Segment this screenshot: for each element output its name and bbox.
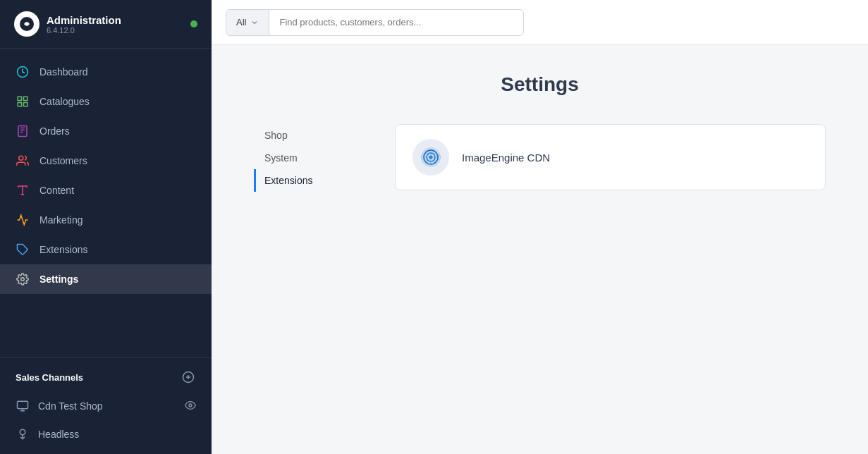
sidebar-item-catalogues[interactable]: Catalogues — [0, 87, 212, 116]
logo-icon — [14, 11, 39, 37]
settings-sidebar-nav: Shop System Extensions — [254, 124, 367, 192]
search-input[interactable] — [269, 17, 523, 27]
sidebar-item-customers[interactable]: Customers — [0, 146, 212, 176]
extension-logo — [412, 139, 449, 176]
sidebar-item-marketing[interactable]: Marketing — [0, 205, 212, 235]
sidebar-item-content[interactable]: Content — [0, 176, 212, 205]
svg-rect-4 — [18, 103, 21, 106]
eye-icon[interactable] — [185, 400, 196, 413]
app-version: 6.4.12.0 — [47, 26, 121, 35]
sidebar-item-label: Settings — [39, 274, 78, 285]
top-bar: All — [212, 0, 868, 45]
extension-name: ImageEngine CDN — [462, 152, 550, 164]
settings-icon — [16, 272, 30, 286]
sidebar-item-extensions[interactable]: Extensions — [0, 235, 212, 264]
cdn-test-shop-icon — [16, 399, 30, 413]
sidebar-header: Administration 6.4.12.0 — [0, 0, 212, 49]
settings-content: ImageEngine CDN — [395, 124, 826, 192]
app-title: Administration — [47, 14, 121, 26]
sidebar-item-label: Customers — [39, 155, 87, 166]
channel-item-left: Cdn Test Shop — [16, 399, 103, 413]
extensions-icon — [16, 243, 30, 257]
sidebar-item-dashboard[interactable]: Dashboard — [0, 57, 212, 87]
extension-card-imageengine[interactable]: ImageEngine CDN — [395, 124, 826, 190]
logo-area: Administration 6.4.12.0 — [14, 11, 121, 37]
channel-label: Cdn Test Shop — [38, 400, 103, 412]
svg-point-22 — [20, 429, 25, 435]
chevron-down-icon — [250, 18, 259, 27]
page-title: Settings — [254, 73, 826, 96]
svg-point-10 — [19, 156, 23, 160]
search-filter-label: All — [236, 17, 246, 27]
sales-channels-section: Sales Channels Cdn Test Shop — [0, 357, 212, 454]
sidebar-item-label: Catalogues — [39, 96, 90, 107]
sidebar-item-label: Marketing — [39, 214, 82, 226]
sidebar-item-label: Extensions — [39, 244, 87, 255]
sidebar-item-label: Orders — [39, 125, 70, 137]
sales-channels-title: Sales Channels — [16, 372, 83, 383]
sidebar-item-orders[interactable]: Orders — [0, 116, 212, 146]
imageengine-logo-svg — [420, 146, 442, 168]
sales-channels-header: Sales Channels — [16, 369, 196, 385]
settings-nav-extensions[interactable]: Extensions — [254, 169, 367, 192]
add-sales-channel-button[interactable] — [181, 369, 196, 385]
settings-layout: Shop System Extensions — [254, 124, 826, 192]
status-dot — [190, 20, 197, 27]
svg-rect-18 — [18, 401, 28, 409]
catalogues-icon — [16, 94, 30, 109]
svg-rect-5 — [24, 103, 27, 106]
page-body: Settings Shop System Extensions — [212, 45, 868, 454]
svg-rect-2 — [18, 97, 21, 100]
channel-label: Headless — [38, 429, 79, 440]
main-content: All Settings Shop System Extensions — [212, 0, 868, 454]
nav-section: Dashboard Catalogues Orders — [0, 49, 212, 302]
customers-icon — [16, 154, 30, 168]
settings-nav-system[interactable]: System — [254, 147, 367, 169]
sidebar: Administration 6.4.12.0 Dashboard Catalo… — [0, 0, 212, 454]
marketing-icon — [16, 213, 30, 227]
settings-nav-shop[interactable]: Shop — [254, 124, 367, 147]
orders-icon — [16, 124, 30, 138]
sidebar-item-label: Dashboard — [39, 66, 88, 78]
channel-item-headless[interactable]: Headless — [16, 420, 196, 448]
svg-point-14 — [21, 278, 25, 281]
headless-icon — [16, 427, 30, 441]
sidebar-item-label: Content — [39, 185, 74, 196]
channel-item-left: Headless — [16, 427, 79, 441]
sidebar-item-settings[interactable]: Settings — [0, 264, 212, 294]
search-bar: All — [226, 9, 524, 36]
search-filter-button[interactable]: All — [226, 10, 269, 35]
dashboard-icon — [16, 65, 30, 79]
channel-item-cdn-test-shop[interactable]: Cdn Test Shop — [16, 392, 196, 420]
svg-point-21 — [189, 404, 192, 407]
app-title-area: Administration 6.4.12.0 — [47, 14, 121, 35]
svg-rect-3 — [24, 97, 27, 100]
content-icon — [16, 183, 30, 197]
